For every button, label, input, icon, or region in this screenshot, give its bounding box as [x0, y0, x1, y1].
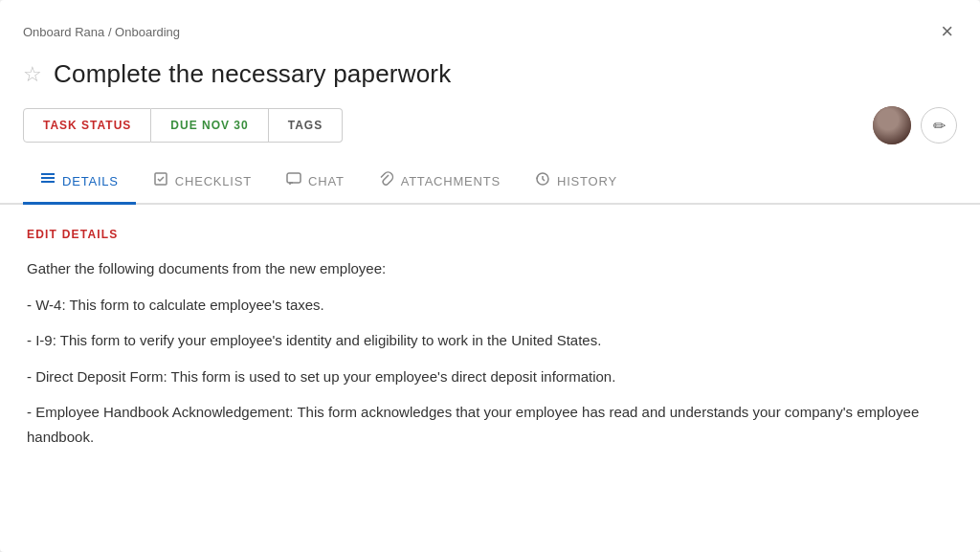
breadcrumb: Onboard Rana / Onboarding: [23, 25, 180, 39]
title-row: ☆ Complete the necessary paperwork: [0, 54, 980, 102]
content-item-1: - I-9: This form to verify your employee…: [27, 328, 953, 353]
tab-details[interactable]: DETAILS: [23, 160, 136, 205]
svg-rect-0: [41, 173, 55, 175]
tags-button[interactable]: TAGS: [269, 108, 343, 143]
tab-chat[interactable]: CHAT: [269, 160, 362, 205]
edit-details-label[interactable]: EDIT DETAILS: [27, 228, 953, 241]
content-area: EDIT DETAILS Gather the following docume…: [0, 205, 980, 483]
modal-header: Onboard Rana / Onboarding ×: [0, 0, 980, 54]
details-icon: [40, 171, 56, 190]
tab-attachments[interactable]: ATTACHMENTS: [362, 160, 518, 205]
right-actions: ✏: [873, 106, 957, 144]
task-title: Complete the necessary paperwork: [54, 59, 451, 89]
svg-rect-4: [287, 173, 301, 183]
svg-rect-2: [41, 181, 55, 183]
edit-icon-button[interactable]: ✏: [921, 107, 957, 144]
intro-text: Gather the following documents from the …: [27, 256, 953, 281]
tab-checklist-label: CHECKLIST: [175, 174, 252, 188]
attachments-icon: [379, 171, 394, 190]
avatar-image: [873, 106, 911, 144]
close-button[interactable]: ×: [937, 17, 957, 46]
tab-checklist[interactable]: CHECKLIST: [136, 160, 269, 205]
action-row: TASK STATUS DUE NOV 30 TAGS ✏: [0, 102, 980, 160]
tab-history[interactable]: HISTORY: [518, 160, 635, 205]
checklist-icon: [153, 171, 168, 190]
tab-details-label: DETAILS: [62, 174, 119, 188]
tab-chat-label: CHAT: [308, 174, 345, 188]
due-date-button[interactable]: DUE NOV 30: [151, 108, 268, 143]
content-item-3: - Employee Handbook Acknowledgement: Thi…: [27, 400, 953, 449]
content-item-0: - W-4: This form to calculate employee's…: [27, 293, 953, 318]
tabs-row: DETAILS CHECKLIST CHAT ATTACHMENTS HISTO…: [0, 160, 980, 205]
star-icon[interactable]: ☆: [23, 62, 42, 87]
details-text: Gather the following documents from the …: [27, 256, 953, 449]
content-item-2: - Direct Deposit Form: This form is used…: [27, 364, 953, 389]
history-icon: [535, 171, 550, 190]
tab-attachments-label: ATTACHMENTS: [401, 174, 501, 188]
svg-rect-1: [41, 177, 55, 179]
pencil-icon: ✏: [933, 117, 946, 135]
action-buttons: TASK STATUS DUE NOV 30 TAGS: [23, 108, 873, 143]
task-modal: Onboard Rana / Onboarding × ☆ Complete t…: [0, 0, 980, 552]
avatar: [873, 106, 911, 144]
task-status-button[interactable]: TASK STATUS: [23, 108, 151, 143]
chat-icon: [286, 171, 301, 190]
tab-history-label: HISTORY: [557, 174, 617, 188]
